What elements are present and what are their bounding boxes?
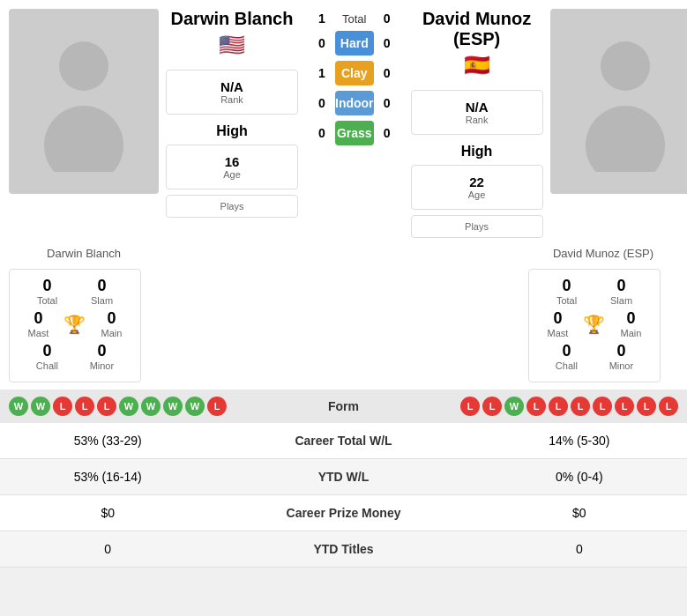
hard-button[interactable]: Hard xyxy=(335,31,374,56)
left-chall-row: 0 Chall 0 Minor xyxy=(20,342,130,371)
right-main-stat: 0 Main xyxy=(621,309,642,338)
right-chall-row: 0 Chall 0 Minor xyxy=(540,342,649,371)
right-player-flag: 🇪🇸 xyxy=(464,53,490,78)
left-minor-label: Minor xyxy=(90,360,115,371)
left-plays-box: Plays xyxy=(166,195,298,218)
center-column: 1 Total 0 0 Hard 0 1 Clay 0 0 Indoor 0 xyxy=(305,9,404,148)
right-chall-value: 0 xyxy=(562,342,571,360)
stats-left-value: $0 xyxy=(0,495,215,531)
total-left-count: 1 xyxy=(309,11,335,26)
left-player-name-top: Darwin Blanch xyxy=(171,9,294,29)
right-age-box: 22 Age xyxy=(411,165,543,210)
right-main-value: 0 xyxy=(626,309,635,328)
right-form-badges: LLWLLLLLLL xyxy=(397,397,679,416)
stats-right-value: 14% (5-30) xyxy=(472,423,687,458)
right-high: High xyxy=(461,144,493,160)
right-bottom-stats: David Munoz (ESP) 0 Total 0 Slam 0 Mast xyxy=(528,247,678,382)
stats-table-row: $0Career Prize Money$0 xyxy=(0,495,687,531)
left-form-badge: L xyxy=(97,397,116,416)
stats-right-value: 0% (0-4) xyxy=(472,459,687,494)
indoor-row: 0 Indoor 0 xyxy=(309,91,400,115)
right-trophy-icon: 🏆 xyxy=(583,314,605,335)
right-age-label: Age xyxy=(468,189,486,200)
right-form-badge: L xyxy=(593,397,612,416)
stats-table-row: 53% (33-29)Career Total W/L14% (5-30) xyxy=(0,423,687,459)
svg-point-1 xyxy=(44,106,123,172)
left-form-badge: W xyxy=(163,397,183,416)
top-section: Darwin Blanch 🇺🇸 N/A Rank High 16 Age Pl… xyxy=(0,0,687,247)
right-form-badge: L xyxy=(615,397,634,416)
stats-left-value: 53% (16-14) xyxy=(0,459,215,494)
stats-right-value: 0 xyxy=(472,531,687,567)
right-age-value: 22 xyxy=(469,174,484,189)
right-mast-value: 0 xyxy=(553,309,562,328)
left-mast-value: 0 xyxy=(34,309,42,328)
left-form-badge: W xyxy=(9,397,28,416)
total-label: Total xyxy=(335,12,374,26)
left-slam-label: Slam xyxy=(91,295,113,306)
indoor-button[interactable]: Indoor xyxy=(335,91,374,115)
left-age-box: 16 Age xyxy=(166,145,298,189)
left-player-name-text: Darwin Blanch xyxy=(171,9,294,28)
right-main-stats-box: 0 Total 0 Slam 0 Mast 🏆 0 xyxy=(528,269,661,382)
right-form-badge: L xyxy=(482,397,502,416)
right-mast-row: 0 Mast 🏆 0 Main xyxy=(540,309,649,338)
stats-center-label: Career Prize Money xyxy=(215,495,471,531)
right-slam-stat: 0 Slam xyxy=(610,277,632,306)
right-form-badge: L xyxy=(549,397,568,416)
left-main-stat: 0 Main xyxy=(101,309,123,338)
right-minor-value: 0 xyxy=(616,342,625,360)
left-form-badge: L xyxy=(75,397,94,416)
left-total-value: 0 xyxy=(43,277,52,295)
left-rank-label: Rank xyxy=(220,94,243,105)
left-age-label: Age xyxy=(223,169,241,180)
bottom-stats-table: 53% (33-29)Career Total W/L14% (5-30)53%… xyxy=(0,423,687,568)
left-form-badge: W xyxy=(31,397,50,416)
left-total-label: Total xyxy=(37,295,57,306)
clay-button[interactable]: Clay xyxy=(335,61,374,85)
total-row: 1 Total 0 xyxy=(309,11,400,26)
left-player-name-below: Darwin Blanch xyxy=(9,247,159,260)
stats-left-value: 0 xyxy=(0,531,215,567)
left-mast-stat: 0 Mast xyxy=(28,309,49,338)
right-player-name-top: David Munoz (ESP) xyxy=(411,9,543,49)
right-rank-label: Rank xyxy=(466,115,489,125)
hard-left-count: 0 xyxy=(309,36,335,50)
svg-point-0 xyxy=(59,41,108,91)
right-form-badge: W xyxy=(504,397,524,416)
left-rank-value: N/A xyxy=(220,79,243,94)
right-player-info: David Munoz (ESP) 🇪🇸 N/A Rank High 22 Ag… xyxy=(411,9,543,238)
hard-right-count: 0 xyxy=(374,36,400,50)
grass-button[interactable]: Grass xyxy=(335,121,374,145)
stats-center-label: YTD Titles xyxy=(215,531,471,567)
hard-row: 0 Hard 0 xyxy=(309,31,400,56)
right-total-stat: 0 Total xyxy=(556,277,577,306)
stats-row-section: Darwin Blanch 0 Total 0 Slam 0 Mast xyxy=(0,247,687,390)
clay-row: 1 Clay 0 xyxy=(309,61,400,85)
grass-row: 0 Grass 0 xyxy=(309,121,400,145)
left-plays-label: Plays xyxy=(177,201,287,212)
right-total-slam-row: 0 Total 0 Slam xyxy=(540,277,649,306)
left-age-value: 16 xyxy=(225,154,240,169)
left-main-label: Main xyxy=(101,328,123,338)
svg-point-3 xyxy=(586,106,665,172)
main-container: Darwin Blanch 🇺🇸 N/A Rank High 16 Age Pl… xyxy=(0,0,687,568)
clay-right-count: 0 xyxy=(374,66,400,80)
right-mast-label: Mast xyxy=(548,328,569,338)
grass-left-count: 0 xyxy=(309,126,335,140)
stats-center-label: YTD W/L xyxy=(215,459,471,494)
right-slam-label: Slam xyxy=(610,295,632,306)
left-slam-stat: 0 Slam xyxy=(91,277,113,306)
right-plays-box: Plays xyxy=(411,215,543,238)
right-total-value: 0 xyxy=(563,277,571,295)
indoor-left-count: 0 xyxy=(309,96,335,110)
left-slam-value: 0 xyxy=(98,277,107,295)
right-form-badge: L xyxy=(637,397,656,416)
left-player-photo xyxy=(9,9,159,194)
left-chall-stat: 0 Chall xyxy=(36,342,58,371)
indoor-right-count: 0 xyxy=(374,96,400,110)
left-rank-box: N/A Rank xyxy=(166,70,298,115)
left-total-slam-row: 0 Total 0 Slam xyxy=(20,277,130,306)
right-main-label: Main xyxy=(621,328,642,338)
right-minor-label: Minor xyxy=(609,360,634,371)
